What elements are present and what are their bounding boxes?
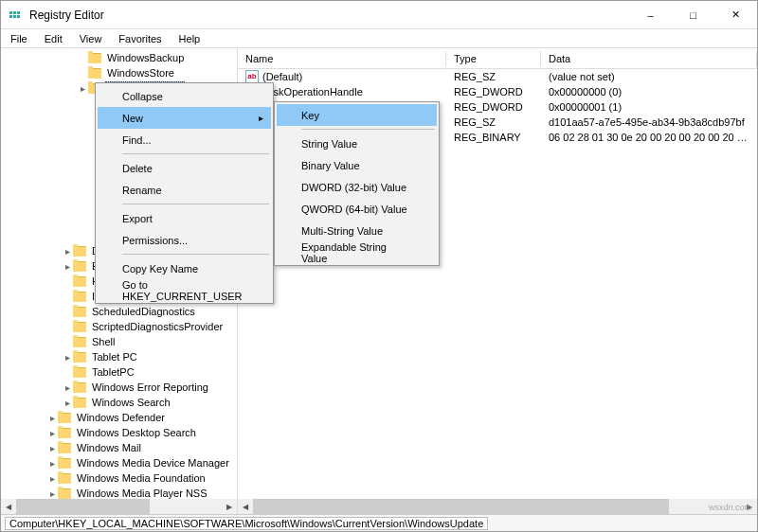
- status-path: Computer\HKEY_LOCAL_MACHINE\SOFTWARE\Mic…: [5, 517, 488, 530]
- tree-item-label: Windows Mail: [75, 442, 143, 453]
- tree-item-label: Windows Media Foundation: [75, 472, 208, 484]
- menu-item[interactable]: Rename: [98, 179, 271, 201]
- menubar: File Edit View Favorites Help: [1, 29, 757, 48]
- expander-icon[interactable]: ▸: [62, 397, 73, 408]
- tree-item[interactable]: ▸Windows Media Foundation: [1, 470, 237, 486]
- window-title: Registry Editor: [29, 9, 629, 22]
- folder-icon: [58, 458, 71, 469]
- tree-item[interactable]: ▸Tablet PC: [1, 349, 237, 364]
- tree-item[interactable]: ▸Windows Defender: [1, 410, 237, 425]
- tree-item[interactable]: ▸ScheduledDiagnostics: [1, 304, 237, 319]
- tree-item[interactable]: ▸WindowsStore: [1, 65, 237, 80]
- value-name: TaskOperationHandle: [262, 86, 363, 98]
- tree-item[interactable]: ▸Shell: [1, 334, 237, 349]
- folder-icon: [73, 261, 86, 272]
- folder-icon: [58, 473, 71, 484]
- tree-item[interactable]: ▸Windows Media Device Manager: [1, 455, 237, 470]
- tree-item[interactable]: ▸ScriptedDiagnosticsProvider: [1, 319, 237, 334]
- expander-icon[interactable]: ▸: [46, 427, 58, 438]
- menu-item[interactable]: Binary Value: [277, 154, 437, 176]
- menu-item[interactable]: DWORD (32-bit) Value: [277, 176, 437, 198]
- expander-icon[interactable]: ▸: [62, 381, 73, 393]
- tree-item[interactable]: ▸Windows Mail: [1, 440, 237, 455]
- menu-item[interactable]: Copy Key Name: [98, 257, 271, 279]
- tree-item-label: Shell: [90, 336, 117, 347]
- tree-item[interactable]: ▸Windows Error Reporting: [1, 380, 237, 395]
- scroll-left-button[interactable]: ◀: [1, 499, 16, 514]
- tree-item[interactable]: ▸WindowsBackup: [1, 50, 237, 65]
- menu-item[interactable]: Delete: [98, 157, 271, 179]
- tree-item[interactable]: ▸Windows Desktop Search: [1, 425, 237, 440]
- folder-icon: [73, 246, 86, 257]
- list-header[interactable]: Name Type Data: [238, 48, 757, 69]
- tree-item[interactable]: ▸Windows Search: [1, 395, 237, 410]
- menu-favorites[interactable]: Favorites: [111, 31, 169, 46]
- expander-icon[interactable]: ▸: [62, 245, 73, 257]
- folder-icon: [73, 307, 86, 317]
- tree-scrollbar-h[interactable]: ◀ ▶: [1, 499, 237, 514]
- list-scrollbar-h[interactable]: ◀ ▶: [238, 499, 757, 514]
- expander-icon[interactable]: ▸: [46, 457, 58, 469]
- list-row[interactable]: 01TaskOperationHandleREG_DWORD0x00000000…: [238, 84, 757, 99]
- minimize-button[interactable]: –: [629, 1, 672, 28]
- folder-icon: [58, 488, 71, 499]
- expander-icon[interactable]: ▸: [46, 442, 58, 453]
- value-type: REG_DWORD: [446, 86, 541, 98]
- expander-icon[interactable]: ▸: [62, 260, 73, 272]
- col-header-type[interactable]: Type: [446, 51, 541, 66]
- menu-item[interactable]: Multi-String Value: [277, 220, 437, 241]
- value-data: 0x00000000 (0): [541, 86, 757, 98]
- folder-icon: [73, 322, 86, 332]
- menu-item[interactable]: QWORD (64-bit) Value: [277, 198, 437, 220]
- menu-item[interactable]: Key: [277, 104, 437, 126]
- svg-rect-5: [17, 15, 20, 18]
- menu-edit[interactable]: Edit: [37, 31, 70, 46]
- value-data: 0x00000001 (1): [541, 101, 757, 113]
- context-menu[interactable]: CollapseNewFind...DeleteRenameExportPerm…: [95, 82, 274, 304]
- menu-file[interactable]: File: [3, 31, 35, 46]
- menu-item[interactable]: Find...: [98, 129, 271, 151]
- col-header-data[interactable]: Data: [541, 51, 757, 66]
- expander-icon[interactable]: ▸: [77, 82, 88, 94]
- tree-item-label: WindowsStore: [105, 67, 176, 79]
- tree-item[interactable]: ▸TabletPC: [1, 364, 237, 380]
- expander-icon[interactable]: ▸: [46, 472, 58, 484]
- menu-item[interactable]: Expandable String Value: [277, 241, 437, 263]
- svg-rect-1: [13, 11, 16, 14]
- folder-icon: [88, 68, 101, 79]
- folder-icon: [73, 382, 86, 393]
- string-value-icon: ab: [245, 70, 259, 83]
- scroll-right-button[interactable]: ▶: [222, 499, 237, 514]
- value-type: REG_DWORD: [446, 101, 541, 113]
- tree-item-label: ScheduledDiagnostics: [90, 306, 197, 317]
- menu-item[interactable]: Collapse: [98, 85, 271, 107]
- menu-item[interactable]: Export: [98, 207, 271, 229]
- list-row[interactable]: ab(Default)REG_SZ(value not set): [238, 69, 757, 84]
- tree-item-label: Windows Defender: [75, 412, 167, 423]
- expander-icon[interactable]: ▸: [46, 412, 58, 423]
- menu-view[interactable]: View: [72, 31, 110, 46]
- tree-item-label: Tablet PC: [90, 351, 139, 363]
- statusbar: Computer\HKEY_LOCAL_MACHINE\SOFTWARE\Mic…: [1, 514, 757, 531]
- col-header-name[interactable]: Name: [238, 51, 446, 66]
- maximize-button[interactable]: □: [672, 1, 714, 28]
- menu-item[interactable]: New: [98, 107, 271, 129]
- close-button[interactable]: ✕: [714, 1, 757, 28]
- svg-rect-2: [17, 11, 20, 14]
- folder-icon: [88, 53, 101, 63]
- svg-rect-0: [9, 11, 12, 14]
- value-type: REG_BINARY: [446, 132, 541, 143]
- svg-rect-3: [9, 15, 12, 18]
- menu-item[interactable]: Permissions...: [98, 229, 271, 251]
- menu-item[interactable]: String Value: [277, 133, 437, 154]
- menu-item[interactable]: Go to HKEY_CURRENT_USER: [98, 279, 271, 301]
- tree-item-label: TabletPC: [90, 366, 136, 378]
- menu-help[interactable]: Help: [171, 31, 208, 46]
- svg-rect-4: [13, 15, 16, 18]
- tree-item-label: Windows Error Reporting: [90, 381, 210, 393]
- expander-icon[interactable]: ▸: [62, 351, 73, 363]
- scroll-left-button[interactable]: ◀: [238, 499, 253, 514]
- folder-icon: [58, 428, 71, 438]
- context-submenu-new[interactable]: KeyString ValueBinary ValueDWORD (32-bit…: [274, 101, 440, 266]
- expander-icon[interactable]: ▸: [46, 488, 58, 499]
